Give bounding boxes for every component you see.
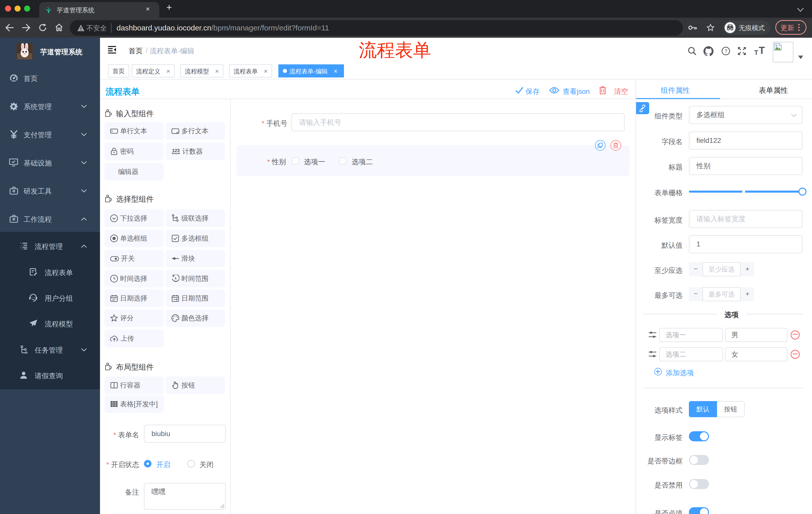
svg-text:123: 123 — [172, 148, 180, 153]
svg-text:?: ? — [724, 48, 727, 54]
